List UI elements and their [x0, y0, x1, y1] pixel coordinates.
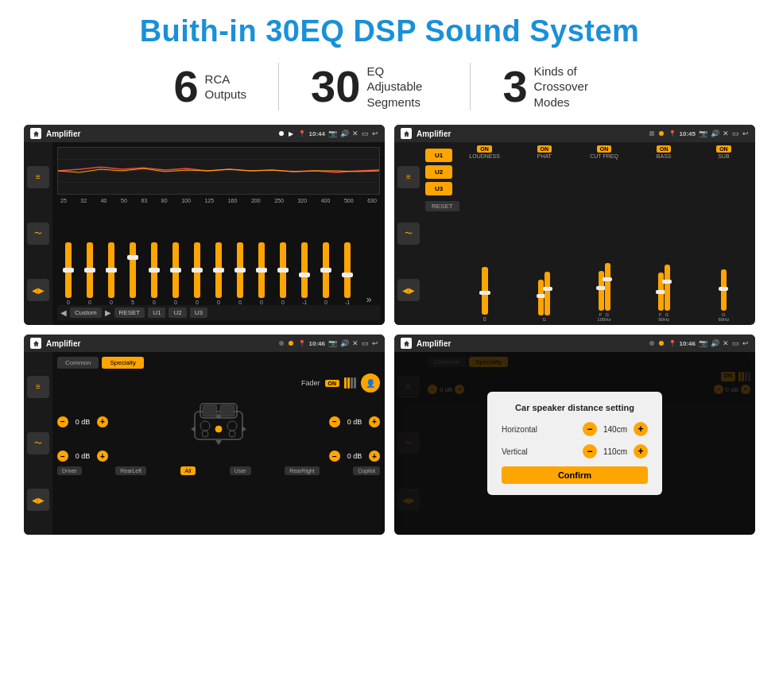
horizontal-value: 140cm [600, 425, 630, 434]
speaker-icon: ◀▶ [32, 286, 45, 295]
fader-all-btn[interactable]: All [180, 466, 196, 475]
fader-on-badge[interactable]: ON [325, 380, 340, 387]
fader-copilot-btn[interactable]: Copilot [353, 466, 380, 475]
eq-freq-labels: 253240 506380 100125160 200250320 400500… [57, 198, 380, 203]
eq-slider-11[interactable]: 0 [273, 242, 293, 305]
xo-side-btn-1[interactable]: ≡ [397, 166, 420, 188]
eq-slider-10[interactable]: 0 [252, 242, 271, 305]
fader-fl-plus[interactable]: + [97, 416, 108, 427]
fader-fl-minus[interactable]: − [57, 416, 68, 427]
eq-side-btn-2[interactable]: 〜 [27, 222, 49, 245]
eq-slider-14[interactable]: -1 [338, 242, 357, 305]
horizontal-minus-btn[interactable]: − [583, 422, 597, 436]
eq-slider-1[interactable]: 0 [59, 242, 78, 305]
fader-app-name: Amplifier [46, 339, 274, 348]
eq-bottom-bar: ◀ Custom ▶ RESET U1 U2 U3 [57, 305, 380, 320]
xo-cutfreq-on[interactable]: ON [597, 145, 612, 153]
svg-rect-6 [220, 405, 234, 416]
xo-home-icon[interactable] [401, 128, 412, 139]
dialog-vertical-row: Vertical − 110cm + [502, 444, 648, 458]
car-diagram [183, 396, 254, 447]
fader-tabs: Common Specialty [57, 357, 380, 369]
dist-status-bar: Amplifier 📍 10:46 📷 🔊 ✕ ▭ ↩ [394, 335, 755, 352]
xo-u3-btn[interactable]: U3 [425, 182, 452, 195]
fader-home-icon[interactable] [30, 338, 41, 349]
xo-sub: ON SUB G 60Hz [696, 145, 752, 322]
fader-side-btn-2[interactable]: 〜 [27, 432, 49, 454]
fader-rl-minus[interactable]: − [57, 451, 68, 462]
svg-point-9 [202, 431, 208, 437]
stat-rca: 6 RCAOutputs [141, 64, 278, 109]
xo-u2-btn[interactable]: U2 [425, 165, 452, 179]
eq-slider-12[interactable]: -1 [295, 242, 314, 305]
xo-side-btn-3[interactable]: ◀▶ [397, 279, 420, 301]
eq-slider-4[interactable]: 5 [123, 242, 142, 305]
eq-slider-5[interactable]: 0 [145, 242, 164, 305]
eq-side-btn-1[interactable]: ≡ [27, 166, 49, 188]
eq-u3-button[interactable]: U3 [190, 307, 207, 318]
fader-time: 10:46 [309, 340, 325, 347]
fader-header: Fader ON 👤 [57, 373, 380, 393]
xo-phat: ON PHAT [516, 145, 572, 322]
distance-dialog-overlay: Car speaker distance setting Horizontal … [394, 352, 755, 535]
fader-rearleft-btn[interactable]: RearLeft [115, 466, 146, 475]
fader-rl-plus[interactable]: + [97, 451, 108, 462]
eq-u2-button[interactable]: U2 [169, 307, 186, 318]
fader-driver-btn[interactable]: Driver [57, 466, 82, 475]
xo-sub-on[interactable]: ON [716, 145, 731, 153]
fader-control-rr: − 0 dB + [329, 451, 380, 462]
vertical-value: 110cm [600, 447, 630, 456]
stat-number-30: 30 [311, 64, 360, 109]
dist-home-icon[interactable] [401, 338, 412, 349]
eq-side-btn-3[interactable]: ◀▶ [27, 279, 49, 301]
fader-side-btn-1[interactable]: ≡ [27, 376, 49, 398]
eq-slider-7[interactable]: 0 [188, 242, 207, 305]
horizontal-plus-btn[interactable]: + [634, 422, 648, 436]
fader-hslider[interactable] [344, 377, 356, 389]
fader-location-icon: 📍 [298, 340, 306, 347]
xo-close-icon: ✕ [723, 130, 729, 137]
eq-custom-button[interactable]: Custom [70, 307, 102, 318]
xo-phat-on[interactable]: ON [537, 145, 552, 153]
eq-slider-6[interactable]: 0 [166, 242, 185, 305]
xo-loudness-on[interactable]: ON [477, 145, 492, 153]
fader-tab-common[interactable]: Common [57, 357, 99, 369]
eq-slider-8[interactable]: 0 [209, 242, 228, 305]
vertical-minus-btn[interactable]: − [583, 444, 597, 458]
fader-user-btn[interactable]: User [230, 466, 251, 475]
eq-slider-13[interactable]: 0 [316, 242, 335, 305]
fader-rearright-btn[interactable]: RearRight [285, 466, 320, 475]
eq-time: 10:44 [309, 130, 325, 137]
fader-control-fl: − 0 dB + [57, 416, 108, 427]
stat-number-3: 3 [502, 64, 527, 109]
svg-point-11 [215, 426, 222, 432]
fader-side-btn-3[interactable]: ◀▶ [27, 489, 49, 511]
fader-fr-minus[interactable]: − [329, 416, 340, 427]
screen-fader: Amplifier 📍 10:46 📷 🔊 ✕ ▭ ↩ ≡ [24, 335, 385, 535]
xo-status-bar: Amplifier 📍 10:45 📷 🔊 ✕ ▭ ↩ [394, 125, 755, 142]
xo-bass-on[interactable]: ON [657, 145, 672, 153]
xo-u1-btn[interactable]: U1 [425, 149, 452, 162]
eq-u1-button[interactable]: U1 [148, 307, 165, 318]
fader-tab-specialty[interactable]: Specialty [102, 357, 143, 369]
eq-slider-9[interactable]: 0 [231, 242, 250, 305]
xo-side-btn-2[interactable]: 〜 [397, 222, 420, 245]
distance-dialog: Car speaker distance setting Horizontal … [487, 392, 662, 495]
fader-label: Fader [301, 379, 320, 387]
confirm-button[interactable]: Confirm [502, 466, 648, 484]
eq-prev-button[interactable]: ◀ [60, 308, 67, 317]
xo-dot2 [659, 131, 664, 136]
horizontal-label: Horizontal [502, 425, 537, 434]
xo-dot1 [649, 131, 654, 136]
vertical-plus-btn[interactable]: + [634, 444, 648, 458]
eq-reset-button[interactable]: RESET [114, 307, 145, 318]
eq-slider-3[interactable]: 0 [102, 242, 121, 305]
home-icon[interactable] [30, 128, 41, 139]
fader-rr-plus[interactable]: + [369, 451, 380, 462]
dist-status-icons: 📍 10:46 📷 🔊 ✕ ▭ ↩ [669, 339, 749, 347]
fader-rr-minus[interactable]: − [329, 451, 340, 462]
fader-fr-plus[interactable]: + [369, 416, 380, 427]
eq-slider-2[interactable]: 0 [80, 242, 99, 305]
stat-label-rca: RCAOutputs [205, 72, 247, 102]
eq-next-button[interactable]: ▶ [105, 308, 111, 317]
